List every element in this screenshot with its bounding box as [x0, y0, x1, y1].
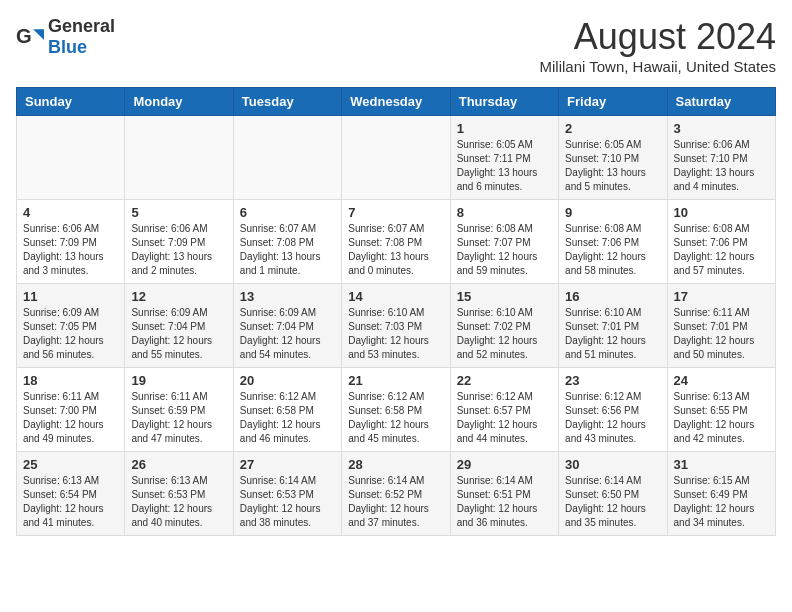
day-info: Sunrise: 6:12 AM Sunset: 6:57 PM Dayligh…	[457, 390, 552, 446]
day-number: 11	[23, 289, 118, 304]
day-number: 14	[348, 289, 443, 304]
day-number: 17	[674, 289, 769, 304]
calendar-day-cell: 12Sunrise: 6:09 AM Sunset: 7:04 PM Dayli…	[125, 284, 233, 368]
day-of-week-header: Wednesday	[342, 88, 450, 116]
day-number: 23	[565, 373, 660, 388]
calendar-day-cell: 20Sunrise: 6:12 AM Sunset: 6:58 PM Dayli…	[233, 368, 341, 452]
calendar-day-cell: 3Sunrise: 6:06 AM Sunset: 7:10 PM Daylig…	[667, 116, 775, 200]
calendar-day-cell	[125, 116, 233, 200]
day-number: 16	[565, 289, 660, 304]
day-info: Sunrise: 6:08 AM Sunset: 7:06 PM Dayligh…	[674, 222, 769, 278]
day-info: Sunrise: 6:14 AM Sunset: 6:52 PM Dayligh…	[348, 474, 443, 530]
day-number: 2	[565, 121, 660, 136]
day-info: Sunrise: 6:08 AM Sunset: 7:06 PM Dayligh…	[565, 222, 660, 278]
calendar-day-cell: 24Sunrise: 6:13 AM Sunset: 6:55 PM Dayli…	[667, 368, 775, 452]
day-info: Sunrise: 6:05 AM Sunset: 7:11 PM Dayligh…	[457, 138, 552, 194]
day-info: Sunrise: 6:05 AM Sunset: 7:10 PM Dayligh…	[565, 138, 660, 194]
day-number: 8	[457, 205, 552, 220]
day-number: 3	[674, 121, 769, 136]
day-number: 25	[23, 457, 118, 472]
day-number: 26	[131, 457, 226, 472]
calendar-day-cell: 7Sunrise: 6:07 AM Sunset: 7:08 PM Daylig…	[342, 200, 450, 284]
day-of-week-header: Friday	[559, 88, 667, 116]
calendar-day-cell: 28Sunrise: 6:14 AM Sunset: 6:52 PM Dayli…	[342, 452, 450, 536]
day-of-week-header: Saturday	[667, 88, 775, 116]
day-info: Sunrise: 6:14 AM Sunset: 6:53 PM Dayligh…	[240, 474, 335, 530]
calendar-day-cell: 2Sunrise: 6:05 AM Sunset: 7:10 PM Daylig…	[559, 116, 667, 200]
calendar-day-cell: 27Sunrise: 6:14 AM Sunset: 6:53 PM Dayli…	[233, 452, 341, 536]
calendar-day-cell: 19Sunrise: 6:11 AM Sunset: 6:59 PM Dayli…	[125, 368, 233, 452]
calendar-day-cell: 14Sunrise: 6:10 AM Sunset: 7:03 PM Dayli…	[342, 284, 450, 368]
day-number: 9	[565, 205, 660, 220]
day-number: 4	[23, 205, 118, 220]
day-number: 20	[240, 373, 335, 388]
logo-icon: G	[16, 23, 44, 51]
day-number: 29	[457, 457, 552, 472]
day-of-week-header: Sunday	[17, 88, 125, 116]
day-info: Sunrise: 6:10 AM Sunset: 7:02 PM Dayligh…	[457, 306, 552, 362]
month-title: August 2024	[540, 16, 777, 58]
calendar-day-cell: 16Sunrise: 6:10 AM Sunset: 7:01 PM Dayli…	[559, 284, 667, 368]
title-area: August 2024 Mililani Town, Hawaii, Unite…	[540, 16, 777, 75]
logo-blue-text: Blue	[48, 37, 87, 57]
logo-general-text: General	[48, 16, 115, 36]
day-number: 13	[240, 289, 335, 304]
calendar-day-cell: 17Sunrise: 6:11 AM Sunset: 7:01 PM Dayli…	[667, 284, 775, 368]
day-number: 15	[457, 289, 552, 304]
day-info: Sunrise: 6:10 AM Sunset: 7:03 PM Dayligh…	[348, 306, 443, 362]
svg-text:G: G	[16, 25, 32, 47]
calendar-day-cell: 31Sunrise: 6:15 AM Sunset: 6:49 PM Dayli…	[667, 452, 775, 536]
calendar-table: SundayMondayTuesdayWednesdayThursdayFrid…	[16, 87, 776, 536]
calendar-day-cell: 8Sunrise: 6:08 AM Sunset: 7:07 PM Daylig…	[450, 200, 558, 284]
day-of-week-header: Tuesday	[233, 88, 341, 116]
day-info: Sunrise: 6:14 AM Sunset: 6:50 PM Dayligh…	[565, 474, 660, 530]
day-info: Sunrise: 6:12 AM Sunset: 6:56 PM Dayligh…	[565, 390, 660, 446]
day-number: 19	[131, 373, 226, 388]
day-number: 21	[348, 373, 443, 388]
calendar-week-row: 18Sunrise: 6:11 AM Sunset: 7:00 PM Dayli…	[17, 368, 776, 452]
calendar-day-cell: 9Sunrise: 6:08 AM Sunset: 7:06 PM Daylig…	[559, 200, 667, 284]
day-info: Sunrise: 6:09 AM Sunset: 7:04 PM Dayligh…	[240, 306, 335, 362]
day-info: Sunrise: 6:09 AM Sunset: 7:04 PM Dayligh…	[131, 306, 226, 362]
day-number: 24	[674, 373, 769, 388]
calendar-day-cell: 15Sunrise: 6:10 AM Sunset: 7:02 PM Dayli…	[450, 284, 558, 368]
calendar-header-row: SundayMondayTuesdayWednesdayThursdayFrid…	[17, 88, 776, 116]
day-info: Sunrise: 6:07 AM Sunset: 7:08 PM Dayligh…	[348, 222, 443, 278]
day-number: 18	[23, 373, 118, 388]
calendar-day-cell: 11Sunrise: 6:09 AM Sunset: 7:05 PM Dayli…	[17, 284, 125, 368]
day-info: Sunrise: 6:10 AM Sunset: 7:01 PM Dayligh…	[565, 306, 660, 362]
calendar-day-cell: 23Sunrise: 6:12 AM Sunset: 6:56 PM Dayli…	[559, 368, 667, 452]
day-info: Sunrise: 6:08 AM Sunset: 7:07 PM Dayligh…	[457, 222, 552, 278]
calendar-day-cell	[17, 116, 125, 200]
day-number: 31	[674, 457, 769, 472]
day-info: Sunrise: 6:13 AM Sunset: 6:55 PM Dayligh…	[674, 390, 769, 446]
calendar-day-cell: 30Sunrise: 6:14 AM Sunset: 6:50 PM Dayli…	[559, 452, 667, 536]
day-of-week-header: Monday	[125, 88, 233, 116]
day-number: 6	[240, 205, 335, 220]
day-info: Sunrise: 6:06 AM Sunset: 7:10 PM Dayligh…	[674, 138, 769, 194]
day-info: Sunrise: 6:11 AM Sunset: 7:00 PM Dayligh…	[23, 390, 118, 446]
page-header: G General Blue August 2024 Mililani Town…	[16, 16, 776, 75]
day-number: 22	[457, 373, 552, 388]
calendar-day-cell: 10Sunrise: 6:08 AM Sunset: 7:06 PM Dayli…	[667, 200, 775, 284]
calendar-week-row: 1Sunrise: 6:05 AM Sunset: 7:11 PM Daylig…	[17, 116, 776, 200]
calendar-day-cell: 26Sunrise: 6:13 AM Sunset: 6:53 PM Dayli…	[125, 452, 233, 536]
day-number: 30	[565, 457, 660, 472]
day-info: Sunrise: 6:06 AM Sunset: 7:09 PM Dayligh…	[131, 222, 226, 278]
day-info: Sunrise: 6:06 AM Sunset: 7:09 PM Dayligh…	[23, 222, 118, 278]
day-number: 7	[348, 205, 443, 220]
day-info: Sunrise: 6:11 AM Sunset: 6:59 PM Dayligh…	[131, 390, 226, 446]
calendar-day-cell: 13Sunrise: 6:09 AM Sunset: 7:04 PM Dayli…	[233, 284, 341, 368]
calendar-day-cell: 21Sunrise: 6:12 AM Sunset: 6:58 PM Dayli…	[342, 368, 450, 452]
day-number: 27	[240, 457, 335, 472]
day-info: Sunrise: 6:13 AM Sunset: 6:53 PM Dayligh…	[131, 474, 226, 530]
day-info: Sunrise: 6:14 AM Sunset: 6:51 PM Dayligh…	[457, 474, 552, 530]
day-info: Sunrise: 6:12 AM Sunset: 6:58 PM Dayligh…	[240, 390, 335, 446]
calendar-week-row: 11Sunrise: 6:09 AM Sunset: 7:05 PM Dayli…	[17, 284, 776, 368]
day-number: 28	[348, 457, 443, 472]
calendar-day-cell: 29Sunrise: 6:14 AM Sunset: 6:51 PM Dayli…	[450, 452, 558, 536]
svg-marker-1	[33, 29, 44, 40]
calendar-day-cell: 4Sunrise: 6:06 AM Sunset: 7:09 PM Daylig…	[17, 200, 125, 284]
location-title: Mililani Town, Hawaii, United States	[540, 58, 777, 75]
calendar-day-cell: 1Sunrise: 6:05 AM Sunset: 7:11 PM Daylig…	[450, 116, 558, 200]
